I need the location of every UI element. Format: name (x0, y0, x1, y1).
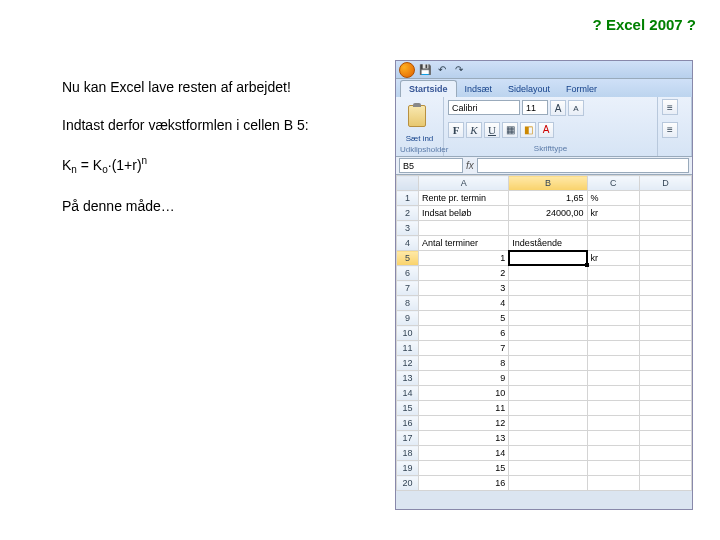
fx-icon[interactable]: fx (466, 160, 474, 171)
cell[interactable] (639, 251, 691, 266)
cell[interactable] (587, 266, 639, 281)
cell[interactable] (509, 311, 587, 326)
row-header[interactable]: 13 (397, 371, 419, 386)
cell[interactable]: % (587, 191, 639, 206)
row-header[interactable]: 16 (397, 416, 419, 431)
cell[interactable] (639, 266, 691, 281)
cell[interactable] (639, 311, 691, 326)
underline-button[interactable]: U (484, 122, 500, 138)
cell[interactable]: kr (587, 251, 639, 266)
cell[interactable] (509, 251, 587, 266)
cell[interactable] (509, 371, 587, 386)
col-header-D[interactable]: D (639, 176, 691, 191)
cell[interactable] (639, 296, 691, 311)
cell[interactable] (587, 326, 639, 341)
cell[interactable] (509, 326, 587, 341)
cell[interactable]: 1,65 (509, 191, 587, 206)
cell[interactable]: Rente pr. termin (419, 191, 509, 206)
cell[interactable] (587, 311, 639, 326)
cell[interactable]: 13 (419, 431, 509, 446)
row-header[interactable]: 12 (397, 356, 419, 371)
name-box[interactable]: B5 (399, 158, 463, 173)
cell[interactable] (587, 416, 639, 431)
cell[interactable] (639, 236, 691, 251)
cell[interactable] (639, 221, 691, 236)
cell[interactable] (639, 386, 691, 401)
font-size-select[interactable]: 11 (522, 100, 548, 115)
formula-bar[interactable] (477, 158, 689, 173)
cell[interactable] (509, 416, 587, 431)
cell[interactable] (509, 431, 587, 446)
bold-button[interactable]: F (448, 122, 464, 138)
cell[interactable]: 5 (419, 311, 509, 326)
cell[interactable] (509, 341, 587, 356)
cell[interactable]: Antal terminer (419, 236, 509, 251)
cell[interactable]: kr (587, 206, 639, 221)
select-all-corner[interactable] (397, 176, 419, 191)
cell[interactable]: 16 (419, 476, 509, 491)
cell[interactable] (639, 281, 691, 296)
row-header[interactable]: 4 (397, 236, 419, 251)
row-header[interactable]: 9 (397, 311, 419, 326)
cell[interactable] (419, 221, 509, 236)
row-header[interactable]: 6 (397, 266, 419, 281)
redo-icon[interactable]: ↷ (452, 63, 466, 77)
cell[interactable]: 3 (419, 281, 509, 296)
cell[interactable] (587, 221, 639, 236)
office-button[interactable] (399, 62, 415, 78)
cell[interactable] (639, 371, 691, 386)
tab-formler[interactable]: Formler (558, 81, 605, 97)
undo-icon[interactable]: ↶ (435, 63, 449, 77)
cell[interactable]: 12 (419, 416, 509, 431)
cell[interactable]: 2 (419, 266, 509, 281)
cell[interactable] (587, 341, 639, 356)
cell[interactable]: 9 (419, 371, 509, 386)
fill-color-button[interactable]: ◧ (520, 122, 536, 138)
cell[interactable] (587, 431, 639, 446)
cell[interactable] (509, 446, 587, 461)
cell[interactable] (509, 281, 587, 296)
row-header[interactable]: 10 (397, 326, 419, 341)
row-header[interactable]: 5 (397, 251, 419, 266)
cell[interactable]: Indsat beløb (419, 206, 509, 221)
row-header[interactable]: 3 (397, 221, 419, 236)
row-header[interactable]: 20 (397, 476, 419, 491)
align-top-icon[interactable]: ≡ (662, 99, 678, 115)
cell[interactable] (639, 206, 691, 221)
cell[interactable] (509, 356, 587, 371)
cell[interactable] (587, 236, 639, 251)
row-header[interactable]: 7 (397, 281, 419, 296)
cell[interactable]: Indestående (509, 236, 587, 251)
row-header[interactable]: 15 (397, 401, 419, 416)
cell[interactable] (509, 476, 587, 491)
cell[interactable]: 15 (419, 461, 509, 476)
col-header-B[interactable]: B (509, 176, 587, 191)
border-button[interactable]: ▦ (502, 122, 518, 138)
cell[interactable] (509, 461, 587, 476)
tab-indsaet[interactable]: Indsæt (457, 81, 501, 97)
cell[interactable] (587, 446, 639, 461)
tab-startside[interactable]: Startside (400, 80, 457, 97)
cell[interactable] (639, 431, 691, 446)
cell[interactable] (639, 356, 691, 371)
cell[interactable] (639, 401, 691, 416)
row-header[interactable]: 14 (397, 386, 419, 401)
cell[interactable] (587, 356, 639, 371)
row-header[interactable]: 8 (397, 296, 419, 311)
save-icon[interactable]: 💾 (418, 63, 432, 77)
tab-sidelayout[interactable]: Sidelayout (500, 81, 558, 97)
cell[interactable]: 24000,00 (509, 206, 587, 221)
cell[interactable] (639, 446, 691, 461)
cell[interactable]: 1 (419, 251, 509, 266)
row-header[interactable]: 1 (397, 191, 419, 206)
cell[interactable] (509, 266, 587, 281)
cell[interactable] (587, 296, 639, 311)
cell[interactable] (639, 461, 691, 476)
cell[interactable]: 14 (419, 446, 509, 461)
worksheet-grid[interactable]: A B C D 1Rente pr. termin1,65%2Indsat be… (396, 175, 692, 491)
cell[interactable] (639, 326, 691, 341)
row-header[interactable]: 17 (397, 431, 419, 446)
row-header[interactable]: 11 (397, 341, 419, 356)
cell[interactable] (639, 476, 691, 491)
cell[interactable] (639, 416, 691, 431)
